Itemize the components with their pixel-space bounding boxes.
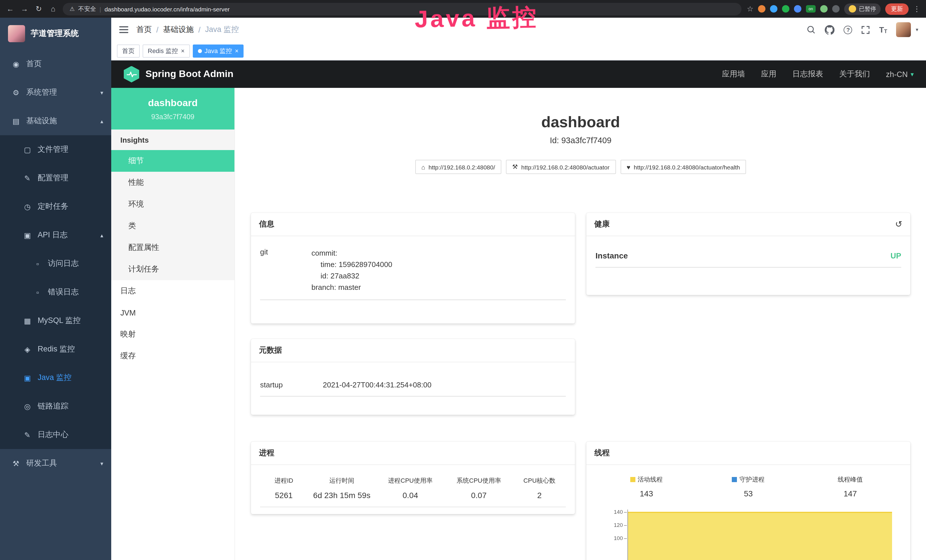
update-button[interactable]: 更新 xyxy=(885,3,909,15)
cpu-cores-value: 2 xyxy=(513,491,566,500)
sba-item-metrics[interactable]: 性能 xyxy=(111,172,235,194)
git-time-line: time: 1596289704000 xyxy=(312,259,566,271)
log-icon: ✎ xyxy=(23,430,32,439)
reload-icon[interactable]: ↻ xyxy=(34,5,43,13)
profile-paused-chip[interactable]: 已暂停 xyxy=(844,3,881,15)
sidebar-item-system[interactable]: ⚙ 系统管理 ▾ xyxy=(0,78,111,107)
search-icon[interactable] xyxy=(807,25,816,34)
sba-item-jvm[interactable]: JVM xyxy=(111,302,235,324)
sba-app-block[interactable]: dashboard 93a3fc7f7409 xyxy=(111,88,235,130)
mysql-icon: ▦ xyxy=(23,316,32,325)
sidebar-item-redis-monitor[interactable]: ◈ Redis 监控 xyxy=(0,335,111,363)
sba-item-mappings[interactable]: 映射 xyxy=(111,324,235,345)
extension-icon-6[interactable] xyxy=(832,5,840,12)
tab-home[interactable]: 首页 xyxy=(117,44,140,58)
avatar[interactable] xyxy=(896,22,911,37)
extension-on-badge[interactable]: on xyxy=(806,5,816,12)
sidebar-item-error-log[interactable]: ▫ 错误日志 xyxy=(0,278,111,306)
health-card-title: 健康 xyxy=(594,219,610,229)
health-card: 健康 ↺ Instance UP xyxy=(586,213,910,295)
forward-icon[interactable]: → xyxy=(20,5,29,13)
fullscreen-icon[interactable] xyxy=(861,26,870,34)
sba-app-id: 93a3fc7f7409 xyxy=(117,113,229,121)
sidebar-item-label: MySQL 监控 xyxy=(38,316,81,326)
sba-item-scheduled-tasks[interactable]: 计划任务 xyxy=(111,259,235,280)
process-col-header: 运行时间 xyxy=(307,477,376,485)
tab-close-icon[interactable]: × xyxy=(235,47,239,54)
sidebar-item-log-center[interactable]: ✎ 日志中心 xyxy=(0,421,111,449)
back-icon[interactable]: ← xyxy=(6,5,15,13)
browser-menu-icon[interactable]: ⋮ xyxy=(913,5,921,13)
bookmark-star-icon[interactable]: ☆ xyxy=(747,5,754,13)
trace-icon: ◎ xyxy=(23,402,32,410)
file-icon: ▢ xyxy=(23,145,32,154)
live-threads-value: 143 xyxy=(595,489,697,498)
sidebar-item-mysql-monitor[interactable]: ▦ MySQL 监控 xyxy=(0,306,111,335)
sba-nav-applications[interactable]: 应用 xyxy=(761,69,776,79)
service-url-link[interactable]: ⌂ http://192.168.0.2:48080/ xyxy=(415,160,501,174)
infra-icon: ▤ xyxy=(11,117,21,125)
sba-item-configprops[interactable]: 配置属性 xyxy=(111,237,235,259)
tab-java-monitor[interactable]: Java 监控 × xyxy=(192,44,244,58)
sba-item-environment[interactable]: 环境 xyxy=(111,194,235,215)
sba-item-caches[interactable]: 缓存 xyxy=(111,345,235,367)
legend-label: 线程峰值 xyxy=(838,475,863,484)
page-title: dashboard xyxy=(235,113,926,131)
git-branch-line: branch: master xyxy=(312,282,566,294)
legend-peak-threads: 线程峰值 xyxy=(799,475,901,484)
sidebar-item-file-mgmt[interactable]: ▢ 文件管理 xyxy=(0,135,111,164)
sidebar-item-java-monitor[interactable]: ▣ Java 监控 xyxy=(0,363,111,392)
sidebar-item-trace[interactable]: ◎ 链路追踪 xyxy=(0,392,111,421)
actuator-url-link[interactable]: ⚒ http://192.168.0.2:48080/actuator xyxy=(506,160,616,174)
help-icon[interactable]: ? xyxy=(844,26,852,34)
sidebar-item-infra[interactable]: ▤ 基础设施 ▴ xyxy=(0,107,111,135)
sba-nav-about[interactable]: 关于我们 xyxy=(839,69,870,79)
health-row-instance[interactable]: Instance UP xyxy=(595,245,901,268)
health-url-link[interactable]: ♥ http://192.168.0.2:48080/actuator/heal… xyxy=(620,160,746,174)
daemon-threads-value: 53 xyxy=(697,489,799,498)
sba-item-logs[interactable]: 日志 xyxy=(111,280,235,302)
sba-sidebar: dashboard 93a3fc7f7409 Insights 细节 性能 环境… xyxy=(111,88,235,560)
extension-icon-2[interactable] xyxy=(770,5,778,12)
extension-icon-1[interactable] xyxy=(758,5,766,12)
avatar-caret-icon[interactable]: ▾ xyxy=(916,27,918,33)
info-label: git xyxy=(260,248,312,294)
font-size-icon[interactable]: TT xyxy=(879,25,887,34)
sidebar-item-home[interactable]: ◉ 首页 xyxy=(0,50,111,78)
hamburger-icon[interactable] xyxy=(119,26,128,33)
tab-redis-monitor[interactable]: Redis 监控 × xyxy=(142,44,190,58)
sidebar-item-access-log[interactable]: ▫ 访问日志 xyxy=(0,249,111,278)
sidebar-item-config-mgmt[interactable]: ✎ 配置管理 xyxy=(0,164,111,192)
tab-close-icon[interactable]: × xyxy=(181,47,185,54)
sba-section-insights[interactable]: Insights xyxy=(111,130,235,150)
breadcrumb-home[interactable]: 首页 xyxy=(136,24,152,35)
sba-item-details[interactable]: 细节 xyxy=(111,150,235,172)
github-icon[interactable] xyxy=(825,25,835,35)
extension-icon-3[interactable] xyxy=(782,5,790,12)
sidebar-item-label: API 日志 xyxy=(38,230,68,240)
sba-brand: Spring Boot Admin xyxy=(145,68,234,80)
system-cpu-value: 0.07 xyxy=(445,491,513,500)
breadcrumb-separator: / xyxy=(156,26,159,34)
header-actions: ? TT ▾ xyxy=(807,22,918,37)
process-card-title: 进程 xyxy=(259,448,274,458)
sidebar-item-label: 访问日志 xyxy=(48,259,79,269)
sidebar-item-devtools[interactable]: ⚒ 研发工具 ▾ xyxy=(0,449,111,478)
sba-nav-wallboard[interactable]: 应用墙 xyxy=(722,69,745,79)
app-logo[interactable]: 芋道管理系统 xyxy=(0,18,111,50)
sidebar-item-api-log[interactable]: ▣ API 日志 ▴ xyxy=(0,221,111,249)
sba-item-classes[interactable]: 类 xyxy=(111,215,235,237)
sidebar-item-cron[interactable]: ◷ 定时任务 xyxy=(0,192,111,221)
extension-icon-5[interactable] xyxy=(820,5,828,12)
extension-icon-4[interactable] xyxy=(794,5,801,12)
breadcrumb-infra[interactable]: 基础设施 xyxy=(163,24,194,35)
api-log-icon: ▣ xyxy=(23,231,32,239)
address-bar[interactable]: ⚠ 不安全 | dashboard.yudao.iocoder.cn/infra… xyxy=(63,3,742,15)
sba-locale-select[interactable]: zh-CN ▾ xyxy=(886,70,914,79)
home-icon[interactable]: ⌂ xyxy=(48,5,57,13)
history-icon[interactable]: ↺ xyxy=(895,219,902,229)
sba-nav-journal[interactable]: 日志报表 xyxy=(792,69,823,79)
sidebar-item-label: 错误日志 xyxy=(48,287,79,297)
live-threads-area xyxy=(628,512,892,560)
peak-threads-value: 147 xyxy=(799,489,901,498)
